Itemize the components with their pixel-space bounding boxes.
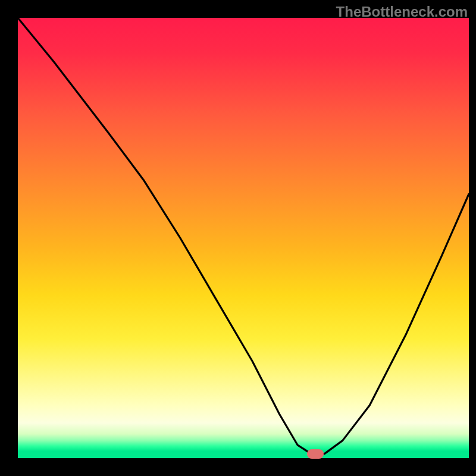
plot-area bbox=[18, 18, 469, 458]
bottleneck-curve-path bbox=[18, 18, 469, 454]
curve-svg bbox=[18, 18, 469, 458]
bottleneck-chart: TheBottleneck.com bbox=[0, 0, 476, 476]
